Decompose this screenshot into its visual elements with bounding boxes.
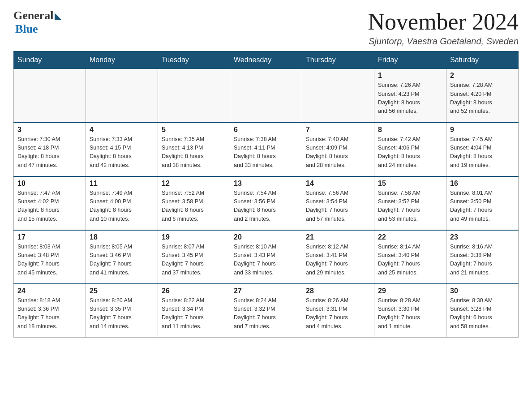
calendar-cell: 1Sunrise: 7:26 AMSunset: 4:23 PMDaylight… <box>374 69 446 123</box>
logo: General Blue <box>13 9 62 36</box>
calendar-cell: 26Sunrise: 8:22 AMSunset: 3:34 PMDayligh… <box>158 284 230 338</box>
day-info: Sunrise: 7:52 AMSunset: 3:58 PMDaylight:… <box>162 189 226 224</box>
day-number: 15 <box>378 180 442 188</box>
calendar-cell: 11Sunrise: 7:49 AMSunset: 4:00 PMDayligh… <box>86 176 158 230</box>
day-number: 26 <box>162 287 226 295</box>
calendar-cell: 15Sunrise: 7:58 AMSunset: 3:52 PMDayligh… <box>374 176 446 230</box>
logo-triangle-icon <box>55 13 62 20</box>
day-info: Sunrise: 7:38 AMSunset: 4:11 PMDaylight:… <box>234 135 298 170</box>
calendar-table: SundayMondayTuesdayWednesdayThursdayFrid… <box>13 51 519 338</box>
calendar-header-row: SundayMondayTuesdayWednesdayThursdayFrid… <box>14 51 519 69</box>
day-number: 18 <box>90 233 154 241</box>
day-info: Sunrise: 7:56 AMSunset: 3:54 PMDaylight:… <box>306 189 370 224</box>
calendar-cell: 14Sunrise: 7:56 AMSunset: 3:54 PMDayligh… <box>302 176 374 230</box>
day-number: 19 <box>162 233 226 241</box>
day-info: Sunrise: 7:35 AMSunset: 4:13 PMDaylight:… <box>162 135 226 170</box>
location: Sjuntorp, Vaestra Goetaland, Sweden <box>368 36 519 47</box>
day-number: 29 <box>378 287 442 295</box>
day-number: 8 <box>378 126 442 134</box>
calendar-cell: 4Sunrise: 7:33 AMSunset: 4:15 PMDaylight… <box>86 123 158 176</box>
calendar-header-wednesday: Wednesday <box>230 51 302 69</box>
day-info: Sunrise: 7:49 AMSunset: 4:00 PMDaylight:… <box>90 189 154 224</box>
calendar-cell: 27Sunrise: 8:24 AMSunset: 3:32 PMDayligh… <box>230 284 302 338</box>
calendar-cell: 2Sunrise: 7:28 AMSunset: 4:20 PMDaylight… <box>446 69 519 123</box>
day-info: Sunrise: 7:40 AMSunset: 4:09 PMDaylight:… <box>306 135 370 170</box>
calendar-cell <box>14 69 86 123</box>
day-info: Sunrise: 8:18 AMSunset: 3:36 PMDaylight:… <box>17 296 82 331</box>
day-number: 21 <box>306 233 370 241</box>
day-info: Sunrise: 8:03 AMSunset: 3:48 PMDaylight:… <box>17 243 82 278</box>
day-info: Sunrise: 7:33 AMSunset: 4:15 PMDaylight:… <box>90 135 154 170</box>
calendar-header-friday: Friday <box>374 51 446 69</box>
day-number: 2 <box>450 72 515 80</box>
calendar-cell <box>230 69 302 123</box>
day-info: Sunrise: 8:30 AMSunset: 3:28 PMDaylight:… <box>450 296 515 331</box>
calendar-cell: 9Sunrise: 7:45 AMSunset: 4:04 PMDaylight… <box>446 123 519 176</box>
day-info: Sunrise: 8:10 AMSunset: 3:43 PMDaylight:… <box>234 243 298 278</box>
calendar-cell <box>86 69 158 123</box>
day-info: Sunrise: 7:42 AMSunset: 4:06 PMDaylight:… <box>378 135 442 170</box>
day-info: Sunrise: 8:24 AMSunset: 3:32 PMDaylight:… <box>234 296 298 331</box>
day-info: Sunrise: 8:01 AMSunset: 3:50 PMDaylight:… <box>450 189 515 224</box>
day-info: Sunrise: 8:26 AMSunset: 3:31 PMDaylight:… <box>306 296 370 331</box>
calendar-cell: 7Sunrise: 7:40 AMSunset: 4:09 PMDaylight… <box>302 123 374 176</box>
calendar-cell <box>158 69 230 123</box>
day-info: Sunrise: 7:54 AMSunset: 3:56 PMDaylight:… <box>234 189 298 224</box>
page-header: General Blue November 2024 Sjuntorp, Vae… <box>13 9 519 47</box>
day-number: 3 <box>17 126 82 134</box>
day-number: 1 <box>378 72 442 80</box>
day-number: 28 <box>306 287 370 295</box>
day-info: Sunrise: 7:45 AMSunset: 4:04 PMDaylight:… <box>450 135 515 170</box>
day-number: 5 <box>162 126 226 134</box>
day-info: Sunrise: 7:26 AMSunset: 4:23 PMDaylight:… <box>378 81 442 116</box>
calendar-week-2: 3Sunrise: 7:30 AMSunset: 4:18 PMDaylight… <box>14 123 519 176</box>
calendar-header-tuesday: Tuesday <box>158 51 230 69</box>
day-number: 24 <box>17 287 82 295</box>
calendar-cell: 16Sunrise: 8:01 AMSunset: 3:50 PMDayligh… <box>446 176 519 230</box>
day-number: 9 <box>450 126 515 134</box>
calendar-cell: 29Sunrise: 8:28 AMSunset: 3:30 PMDayligh… <box>374 284 446 338</box>
day-number: 25 <box>90 287 154 295</box>
day-info: Sunrise: 8:12 AMSunset: 3:41 PMDaylight:… <box>306 243 370 278</box>
day-number: 22 <box>378 233 442 241</box>
calendar-header-monday: Monday <box>86 51 158 69</box>
calendar-cell <box>302 69 374 123</box>
calendar-header-sunday: Sunday <box>14 51 86 69</box>
day-number: 12 <box>162 180 226 188</box>
calendar-cell: 17Sunrise: 8:03 AMSunset: 3:48 PMDayligh… <box>14 230 86 284</box>
day-info: Sunrise: 8:28 AMSunset: 3:30 PMDaylight:… <box>378 296 442 331</box>
day-info: Sunrise: 8:07 AMSunset: 3:45 PMDaylight:… <box>162 243 226 278</box>
calendar-header-saturday: Saturday <box>446 51 519 69</box>
day-number: 11 <box>90 180 154 188</box>
logo-general-text: General <box>13 9 54 22</box>
day-number: 16 <box>450 180 515 188</box>
calendar-cell: 6Sunrise: 7:38 AMSunset: 4:11 PMDaylight… <box>230 123 302 176</box>
day-number: 27 <box>234 287 298 295</box>
day-number: 20 <box>234 233 298 241</box>
calendar-cell: 20Sunrise: 8:10 AMSunset: 3:43 PMDayligh… <box>230 230 302 284</box>
day-number: 30 <box>450 287 515 295</box>
day-number: 13 <box>234 180 298 188</box>
day-number: 23 <box>450 233 515 241</box>
day-info: Sunrise: 8:20 AMSunset: 3:35 PMDaylight:… <box>90 296 154 331</box>
day-info: Sunrise: 7:47 AMSunset: 4:02 PMDaylight:… <box>17 189 82 224</box>
day-number: 17 <box>17 233 82 241</box>
day-info: Sunrise: 7:30 AMSunset: 4:18 PMDaylight:… <box>17 135 82 170</box>
day-info: Sunrise: 7:28 AMSunset: 4:20 PMDaylight:… <box>450 81 515 116</box>
calendar-header-thursday: Thursday <box>302 51 374 69</box>
calendar-cell: 10Sunrise: 7:47 AMSunset: 4:02 PMDayligh… <box>14 176 86 230</box>
calendar-cell: 13Sunrise: 7:54 AMSunset: 3:56 PMDayligh… <box>230 176 302 230</box>
calendar-cell: 24Sunrise: 8:18 AMSunset: 3:36 PMDayligh… <box>14 284 86 338</box>
logo-blue-text: Blue <box>15 22 38 36</box>
calendar-cell: 12Sunrise: 7:52 AMSunset: 3:58 PMDayligh… <box>158 176 230 230</box>
day-number: 7 <box>306 126 370 134</box>
calendar-cell: 21Sunrise: 8:12 AMSunset: 3:41 PMDayligh… <box>302 230 374 284</box>
day-number: 14 <box>306 180 370 188</box>
day-info: Sunrise: 8:16 AMSunset: 3:38 PMDaylight:… <box>450 243 515 278</box>
calendar-cell: 3Sunrise: 7:30 AMSunset: 4:18 PMDaylight… <box>14 123 86 176</box>
calendar-cell: 8Sunrise: 7:42 AMSunset: 4:06 PMDaylight… <box>374 123 446 176</box>
calendar-week-1: 1Sunrise: 7:26 AMSunset: 4:23 PMDaylight… <box>14 69 519 123</box>
calendar-cell: 23Sunrise: 8:16 AMSunset: 3:38 PMDayligh… <box>446 230 519 284</box>
month-title: November 2024 <box>368 9 519 34</box>
calendar-cell: 30Sunrise: 8:30 AMSunset: 3:28 PMDayligh… <box>446 284 519 338</box>
